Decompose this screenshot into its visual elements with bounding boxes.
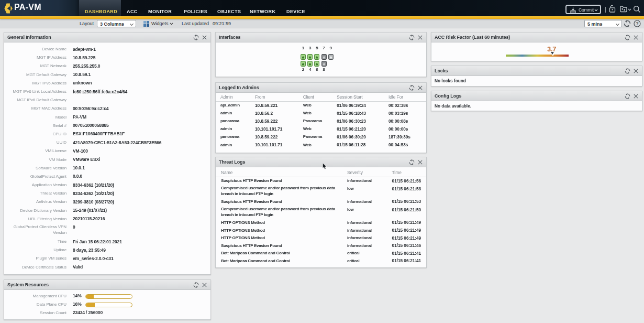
svg-text:?: ? (636, 21, 638, 26)
